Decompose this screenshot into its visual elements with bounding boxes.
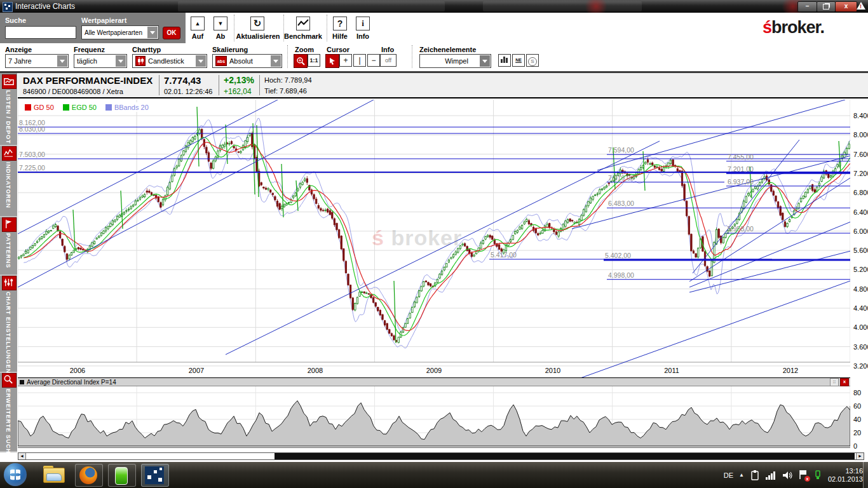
sidebar-item-label: LISTEN / DEPOT [5,90,11,144]
adx-canvas [18,386,850,447]
sidebar-item-listen-depot[interactable]: LISTEN / DEPOT [0,73,17,146]
frequenz-select[interactable]: täglich [74,54,127,68]
wertpapierart-label: Wertpapierart [81,17,126,24]
clock[interactable]: 13:16 02.01.2013 [828,467,863,484]
price-annotation: 5.417,00 [491,251,517,259]
interactive-charts-taskbar-button[interactable] [141,464,169,487]
action-center-flag-icon[interactable]: x [799,470,808,480]
x-axis-year-label: 2012 [783,367,798,374]
pattern-flag-icon [2,217,17,232]
x-axis-year-label: 2010 [545,367,560,374]
info-icon[interactable]: i [356,17,370,30]
y-axis-tick-label: 4.800 [853,285,868,293]
chevron-down-icon[interactable] [57,55,67,67]
price-annotation: 6.483,00 [608,200,634,207]
anzeige-label: Anzeige [5,46,32,53]
restore-button[interactable] [817,1,836,12]
chart-controls-toolbar: Anzeige 7 Jahre Frequenz täglich Chartty… [0,43,868,71]
chart-settings-icon [2,276,17,290]
price-annotation: 5.402,00 [605,252,631,259]
zoom-in-icon[interactable] [294,54,308,68]
adx-tick-label: 20 [853,429,861,437]
anzeige-select[interactable]: 7 Jahre [5,54,69,68]
network-signal-icon[interactable] [766,471,777,480]
cursor-cross-button[interactable]: + [339,54,352,67]
green-app-icon [115,467,128,485]
info-off-button[interactable]: off [380,54,397,67]
y-axis-tick-label: 3.600 [853,343,868,351]
zoom-1-1-button[interactable]: 1:1 [308,54,320,67]
minimize-button[interactable]: – [797,1,817,12]
auf-button[interactable]: ▲ [191,17,205,30]
start-button[interactable] [4,463,27,486]
scroll-left-arrow[interactable]: ◄ [18,453,26,459]
panel-close-icon[interactable]: x [840,378,849,386]
search-label: Suche [5,17,26,24]
green-app-taskbar-button[interactable] [108,464,136,487]
panel-options-icon[interactable]: :: [830,378,839,386]
scrollbar-thumb[interactable] [275,453,855,459]
sidebar-item-erweiterte-suche[interactable]: ERWEITERTE SUCHE [0,372,17,452]
adx-panel-header[interactable]: Average Directional Index P=14 :: x [18,377,850,386]
ok-button[interactable]: OK [163,27,180,39]
sidebar-item-label: CHART EINSTELLUNGEN [5,292,11,374]
charttyp-select[interactable]: Candlestick [132,54,207,68]
x-axis-year-label: 2006 [70,367,85,374]
wertpapierart-select[interactable]: Alle Wertpapierarten [81,25,159,39]
zeichenelemente-select[interactable]: Wimpel [419,54,491,68]
sidebar-item-chart-einstellungen[interactable]: CHART EINSTELLUNGEN [0,274,17,373]
abs-icon: abs [215,56,227,66]
chevron-down-icon[interactable] [147,27,158,38]
cursor-vline-button[interactable]: | [353,54,366,67]
show-desktop-button[interactable] [863,462,868,488]
splits-icon[interactable]: S [526,54,539,67]
chevron-down-icon[interactable] [116,55,126,67]
interactive-charts-icon [145,466,164,484]
legend-square-icon [63,104,69,111]
info-label: Info [349,32,376,40]
ab-button[interactable]: ▼ [214,17,227,30]
frequenz-label: Frequenz [74,46,105,53]
cursor-arrow-icon[interactable] [325,54,339,68]
taskbar: DE ▲ x 13:16 02.01.2013 [0,462,868,488]
search-input[interactable] [5,26,76,39]
separator [287,45,288,68]
volume-bars-icon[interactable] [498,54,511,67]
price-annotation: 5.958,00 [728,225,754,233]
help-icon[interactable]: ? [333,17,347,30]
adx-tick-label: 60 [853,402,861,410]
sidebar-item-indikatoren[interactable]: INDIKATOREN [0,145,17,217]
language-indicator[interactable]: DE [724,471,733,479]
horizontal-scrollbar[interactable]: ◄ ► [18,452,864,460]
x-axis-year-label: 2007 [189,367,204,374]
divider [219,75,219,95]
price-annotation: 7.225,00 [19,164,45,172]
alert-exclamation: ! [860,3,862,10]
green-network-icon[interactable] [813,470,822,480]
title-bar[interactable]: Interactive Charts – x ! [0,0,868,13]
explorer-icon[interactable] [43,466,65,484]
volume-icon[interactable] [783,471,793,480]
skalierung-select[interactable]: abs Absolut [212,54,282,68]
sidebar-item-patterns[interactable]: PATTERNS [0,216,17,276]
close-button[interactable]: x [835,1,857,12]
chevron-down-icon[interactable] [271,55,281,67]
news-icon[interactable]: NE [512,54,525,67]
cursor-hline-button[interactable]: − [367,54,380,67]
refresh-icon[interactable]: ↻ [250,17,264,30]
firefox-taskbar-button[interactable] [75,464,103,487]
auf-label: Auf [186,32,210,40]
scroll-right-arrow[interactable]: ► [856,453,864,459]
legend-square-icon [20,380,24,384]
last-price: 7.774,43 [164,75,201,86]
candlestick-icon [135,56,146,66]
chevron-down-icon[interactable] [196,55,206,67]
adx-panel[interactable] [18,386,850,448]
y-axis-tick-label: 8.000 [853,131,868,139]
tray-expand-icon[interactable]: ▲ [739,472,744,478]
application-window: Interactive Charts – x ! Suche Wertpapie… [0,0,868,488]
clipboard-icon[interactable] [750,470,760,480]
benchmark-icon[interactable] [296,17,310,30]
x-axis-year-label: 2009 [426,367,442,374]
chevron-down-icon[interactable] [480,55,490,67]
